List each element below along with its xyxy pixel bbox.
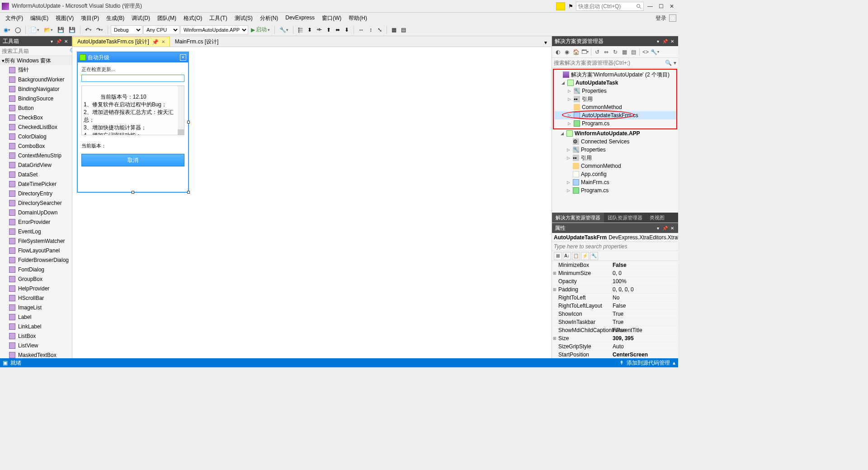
vspace-icon[interactable]: ▤ [399,25,408,35]
property-row[interactable]: ShowMdiChildCaptionInParentTitleFalse [552,326,678,334]
menu-item[interactable]: 项目(P) [77,14,103,22]
toolbox-item[interactable]: LinkLabel [0,322,72,331]
toolbox-category[interactable]: ▾ 所有 Windows 窗体 [0,56,72,65]
wrench-icon[interactable]: 🔧 [590,252,598,260]
new-project-icon[interactable]: 📄▾ [28,25,41,35]
config-combo[interactable]: Debug [111,25,142,34]
nav-fwd-icon[interactable]: ◯ [13,25,23,35]
toolbox-item[interactable]: 指针 [0,65,72,75]
menu-item[interactable]: DevExpress [282,14,318,21]
menu-item[interactable]: 视图(V) [52,14,77,22]
wrench-icon[interactable]: 🔧▾ [651,48,659,56]
tree-item[interactable]: CommonMethod [553,162,677,170]
solution-tree[interactable]: 解决方案'WinformAutoUpdate' (2 个项目) ◢AutoUpd… [552,68,678,213]
toolbox-item[interactable]: ColorDialog [0,132,72,141]
tree-item[interactable]: ▷▪▪引用 [553,154,677,162]
cancel-button[interactable]: 取消 [81,154,184,166]
close-button[interactable]: ✕ [667,2,676,10]
align-center-icon[interactable]: ⬍ [306,25,314,35]
home-icon[interactable]: ◐ [554,48,562,56]
show-all-icon[interactable]: ▦ [620,48,628,56]
refresh-icon[interactable]: ↻ [611,48,619,56]
menu-item[interactable]: 团队(M) [154,14,180,22]
tree-item[interactable]: ⚙Connected Services [553,138,677,146]
solution-search-input[interactable] [554,60,665,66]
project-node[interactable]: ◢WinformAutoUpdate.APP [553,129,677,138]
toolbox-item[interactable]: ComboBox [0,141,72,151]
toolbox-item[interactable]: DataGridView [0,160,72,170]
property-row[interactable]: RightToLeftLayoutFalse [552,302,678,310]
hspace-icon[interactable]: ▦ [390,25,398,35]
save-all-icon[interactable]: 💾 [67,25,77,35]
tab-team-explorer[interactable]: 团队资源管理器 [604,213,646,223]
menu-item[interactable]: 测试(S) [231,14,256,22]
nav-back-icon[interactable]: ◉▾ [2,25,12,35]
menu-item[interactable]: 文件(F) [2,14,27,22]
toolbox-item[interactable]: DateTimePicker [0,179,72,189]
size-height-icon[interactable]: ↕ [367,25,375,35]
notification-icon[interactable] [556,2,565,10]
toolbox-search-input[interactable] [2,48,70,54]
extension-icon[interactable]: 🔧▾ [278,25,290,35]
toolbox-item[interactable]: BindingNavigator [0,84,72,94]
props-icon[interactable]: 📋 [572,252,580,260]
tree-item[interactable]: ▷Program.cs [553,186,677,195]
property-row[interactable]: Opacity100% [552,277,678,285]
property-row[interactable]: MinimumSize0, 0 [552,269,678,277]
project-node[interactable]: ◢AutoUpdateTask [554,79,676,87]
toolbox-item[interactable]: ImageList [0,303,72,312]
tab-list-icon[interactable]: ▾ [542,38,550,47]
property-row[interactable]: RightToLeftNo [552,294,678,302]
minimize-button[interactable]: — [646,2,655,10]
toolbox-item[interactable]: CheckedListBox [0,122,72,132]
dropdown-icon[interactable]: ▾ [674,60,676,66]
menu-item[interactable]: 工具(T) [206,14,231,22]
toolbox-item[interactable]: DirectorySearcher [0,198,72,208]
toolbox-item[interactable]: BindingSource [0,94,72,103]
tab-other[interactable]: MainFrm.cs [设计] [170,37,224,47]
align-right-icon[interactable]: ⬲ [315,25,324,35]
solution-node[interactable]: 解决方案'WinformAutoUpdate' (2 个项目) [554,71,676,79]
alpha-icon[interactable]: A↓ [563,252,571,260]
property-row[interactable]: StartPositionCenterScreen [552,351,678,358]
avatar-icon[interactable] [669,14,676,22]
start-button[interactable]: ▶ 启动 ▾ [249,25,272,35]
close-icon[interactable]: ✕ [669,38,675,44]
toolbox-item[interactable]: BackgroundWorker [0,75,72,84]
menu-item[interactable]: 帮助(H) [345,14,371,22]
scm-link[interactable]: 添加到源代码管理 [624,359,673,367]
design-canvas[interactable]: 自动升级 ✕ 正在检查更新... 当前版本号：12.10 1、修复软件在启动过程… [72,47,552,358]
tree-item[interactable]: CommonMethod [554,103,676,111]
toolbox-item[interactable]: Label [0,312,72,322]
toolbox-item[interactable]: Button [0,103,72,113]
maximize-button[interactable]: ☐ [656,2,665,10]
property-row[interactable]: Padding0, 0, 0, 0 [552,285,678,294]
menu-item[interactable]: 编辑(E) [27,14,52,22]
toolbox-item[interactable]: HScrollBar [0,293,72,303]
view-icon[interactable]: 🗔▾ [581,48,589,56]
toolbox-item[interactable]: FlowLayoutPanel [0,246,72,255]
tab-close-icon[interactable]: ✕ [161,39,165,44]
quick-launch-input[interactable] [576,2,644,11]
tab-class-view[interactable]: 类视图 [646,213,668,223]
feedback-flag-icon[interactable]: ⚑ [567,3,574,10]
resize-handle-corner[interactable] [187,191,190,194]
toolbox-item[interactable]: FileSystemWatcher [0,236,72,246]
tree-item[interactable]: ▷▪▪引用 [554,95,676,103]
toolbox-item[interactable]: HelpProvider [0,284,72,293]
close-icon[interactable]: ✕ [669,225,675,231]
menu-item[interactable]: 分析(N) [256,14,282,22]
property-row[interactable]: SizeGripStyleAuto [552,342,678,351]
code-icon[interactable]: <> [642,48,650,56]
tab-solution-explorer[interactable]: 解决方案资源管理器 [552,213,604,223]
tree-item[interactable]: ▷MainFrm.cs [553,178,677,186]
property-row[interactable]: ShowInTaskbarTrue [552,318,678,326]
tab-active[interactable]: AutoUpdateTaskFrm.cs [设计] 📌 ✕ [72,37,170,47]
dropdown-icon[interactable]: ▾ [48,38,55,44]
toolbox-item[interactable]: DataSet [0,170,72,179]
align-bottom-icon[interactable]: ⬇ [343,25,351,35]
properties-icon[interactable]: ▤ [629,48,637,56]
startup-combo[interactable]: WinformAutoUpdate.APP [180,25,248,34]
toolbox-item[interactable]: ListView [0,341,72,350]
close-icon[interactable]: ✕ [63,38,69,44]
